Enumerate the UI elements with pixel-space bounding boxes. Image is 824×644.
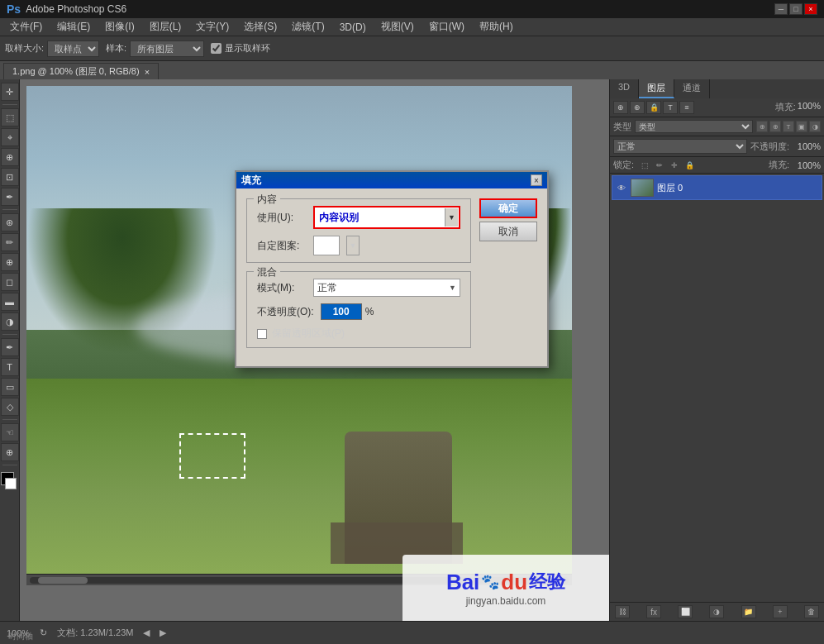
custom-pattern-row: 自定图案: ▼ bbox=[257, 236, 460, 255]
filter-icon-3[interactable]: T bbox=[783, 121, 794, 132]
eraser-tool[interactable]: ◻ bbox=[1, 273, 19, 291]
menu-3d[interactable]: 3D(D) bbox=[333, 20, 373, 35]
filter-icon-2[interactable]: ⊕ bbox=[769, 121, 781, 132]
content-section-title: 内容 bbox=[254, 193, 280, 207]
filter-icon-5[interactable]: ◑ bbox=[809, 121, 821, 132]
layer-link-btn[interactable]: ⛓ bbox=[615, 605, 630, 618]
filter-icon-4[interactable]: ▣ bbox=[796, 121, 807, 132]
menu-type[interactable]: 文字(Y) bbox=[189, 18, 236, 36]
blend-section: 混合 模式(M): 正常 ▼ 不透明度(O): bbox=[246, 271, 471, 348]
tab-layers[interactable]: 图层 bbox=[639, 79, 674, 98]
dialog-ok-button[interactable]: 确定 bbox=[479, 198, 537, 218]
fill-value: 100% bbox=[792, 160, 821, 170]
pattern-dropdown-btn[interactable]: ▼ bbox=[346, 236, 360, 255]
use-select-container[interactable]: 内容识别 ▼ bbox=[313, 206, 460, 229]
dodge-tool[interactable]: ◑ bbox=[1, 312, 19, 331]
tab-close-btn[interactable]: × bbox=[145, 67, 150, 77]
use-dropdown-btn[interactable]: ▼ bbox=[445, 208, 458, 227]
tab-3d[interactable]: 3D bbox=[610, 79, 639, 98]
path-tool[interactable]: ▭ bbox=[1, 378, 19, 396]
tab-bar: 1.png @ 100% (图层 0, RGB/8) × bbox=[0, 61, 824, 79]
document-tab[interactable]: 1.png @ 100% (图层 0, RGB/8) × bbox=[3, 63, 159, 79]
dialog-close-button[interactable]: × bbox=[531, 174, 542, 186]
menu-window[interactable]: 窗口(W) bbox=[422, 18, 471, 36]
filter-icon-1[interactable]: ⊕ bbox=[756, 121, 768, 132]
filter-icons: ⊕ ⊕ T ▣ ◑ bbox=[756, 121, 821, 132]
layer-row-0[interactable]: 👁 图层 0 bbox=[612, 175, 822, 200]
maximize-button[interactable]: □ bbox=[789, 3, 803, 15]
lock-pixels-btn[interactable]: ⬚ bbox=[639, 160, 650, 171]
sample-size-select[interactable]: 取样点 bbox=[47, 41, 99, 57]
lock-move-btn[interactable]: ✛ bbox=[669, 160, 680, 171]
hand-tool[interactable]: ☜ bbox=[1, 423, 19, 441]
menu-filter[interactable]: 滤镜(T) bbox=[285, 18, 331, 36]
type-tool[interactable]: T bbox=[1, 358, 19, 376]
menu-select[interactable]: 选择(S) bbox=[237, 18, 283, 36]
dialog-cancel-button[interactable]: 取消 bbox=[479, 222, 537, 241]
layer-delete-btn[interactable]: 🗑 bbox=[804, 605, 819, 618]
zoom-tool[interactable]: ⊕ bbox=[1, 443, 19, 461]
toolbar-sample: 样本: 所有图层 bbox=[106, 41, 204, 57]
crop-tool[interactable]: ⊡ bbox=[1, 168, 19, 186]
marquee-tool[interactable]: ⬚ bbox=[1, 108, 19, 126]
background-color[interactable] bbox=[5, 478, 17, 489]
use-label: 使用(U): bbox=[257, 211, 307, 225]
brush-tool[interactable]: ✏ bbox=[1, 233, 19, 251]
mode-row: 模式(M): 正常 ▼ bbox=[257, 279, 460, 297]
nav-left[interactable]: ◀ bbox=[143, 627, 150, 638]
close-button[interactable]: × bbox=[804, 3, 817, 15]
show-ring-checkbox[interactable] bbox=[211, 43, 221, 54]
blend-mode-row: 正常 不透明度: 100% bbox=[610, 136, 824, 157]
fill-dialog[interactable]: 填充 × 确定 取消 内容 使用(U): bbox=[235, 170, 549, 368]
lock-brush-btn[interactable]: ✏ bbox=[654, 160, 665, 171]
lock-all-btn[interactable]: 🔒 bbox=[683, 160, 695, 171]
panel-icon-lock[interactable]: 🔒 bbox=[646, 101, 661, 114]
panel-spacer bbox=[696, 101, 774, 114]
menu-edit[interactable]: 编辑(E) bbox=[50, 18, 97, 36]
lock-label: 锁定: bbox=[613, 159, 634, 171]
tool-separator-4 bbox=[2, 419, 17, 420]
preserve-checkbox[interactable] bbox=[257, 329, 267, 339]
scrollbar-thumb[interactable] bbox=[38, 577, 88, 584]
panel-icon-4[interactable]: ≡ bbox=[679, 101, 694, 114]
layer-adj-btn[interactable]: ◑ bbox=[709, 605, 724, 618]
filter-select[interactable]: 类型 bbox=[635, 120, 753, 133]
menu-file[interactable]: 文件(F) bbox=[3, 18, 49, 36]
opacity-value: 100% bbox=[792, 141, 821, 151]
menu-view[interactable]: 视图(V) bbox=[374, 18, 421, 36]
layer-group-btn[interactable]: 📁 bbox=[741, 605, 756, 618]
shape-tool[interactable]: ◇ bbox=[1, 398, 19, 416]
menu-layer[interactable]: 图层(L) bbox=[143, 18, 188, 36]
mode-label: 模式(M): bbox=[257, 281, 307, 295]
quick-select-tool[interactable]: ⊕ bbox=[1, 148, 19, 166]
layer-new-btn[interactable]: + bbox=[773, 605, 788, 618]
sample-value-select[interactable]: 所有图层 bbox=[130, 41, 204, 57]
tab-channels[interactable]: 通道 bbox=[674, 79, 710, 98]
layer-thumbnail bbox=[631, 179, 654, 197]
panel-icon-1[interactable]: ⊕ bbox=[613, 101, 628, 114]
blend-mode-select[interactable]: 正常 bbox=[613, 139, 747, 154]
title-bar-controls[interactable]: ─ □ × bbox=[774, 3, 817, 15]
layer-visibility-btn[interactable]: 👁 bbox=[616, 182, 627, 193]
clone-tool[interactable]: ⊕ bbox=[1, 253, 19, 271]
move-tool[interactable]: ✛ bbox=[1, 83, 19, 101]
minimize-button[interactable]: ─ bbox=[774, 3, 788, 15]
layer-fx-btn[interactable]: fx bbox=[646, 605, 661, 618]
left-toolbar: ✛ ⬚ ⌖ ⊕ ⊡ ✒ ⊛ ✏ ⊕ ◻ ▬ ◑ ✒ T ▭ ◇ ☜ ⊕ bbox=[0, 79, 20, 621]
mode-dropdown-arrow: ▼ bbox=[449, 284, 456, 292]
baidu-logo-du: du bbox=[501, 570, 527, 595]
lasso-tool[interactable]: ⌖ bbox=[1, 128, 19, 146]
layer-mask-btn[interactable]: ⬜ bbox=[678, 605, 693, 618]
opacity-input[interactable] bbox=[321, 303, 362, 320]
mode-select-container[interactable]: 正常 ▼ bbox=[313, 279, 460, 297]
eyedropper-tool[interactable]: ✒ bbox=[1, 188, 19, 206]
fill-value-panel: 100% bbox=[798, 101, 821, 114]
pen-tool[interactable]: ✒ bbox=[1, 338, 19, 356]
nav-right[interactable]: ▶ bbox=[160, 627, 166, 638]
menu-image[interactable]: 图像(I) bbox=[98, 18, 141, 36]
menu-help[interactable]: 帮助(H) bbox=[473, 18, 520, 36]
panel-icon-3[interactable]: T bbox=[663, 101, 678, 114]
panel-icon-2[interactable]: ⊕ bbox=[630, 101, 645, 114]
gradient-tool[interactable]: ▬ bbox=[1, 293, 19, 311]
heal-tool[interactable]: ⊛ bbox=[1, 213, 19, 231]
